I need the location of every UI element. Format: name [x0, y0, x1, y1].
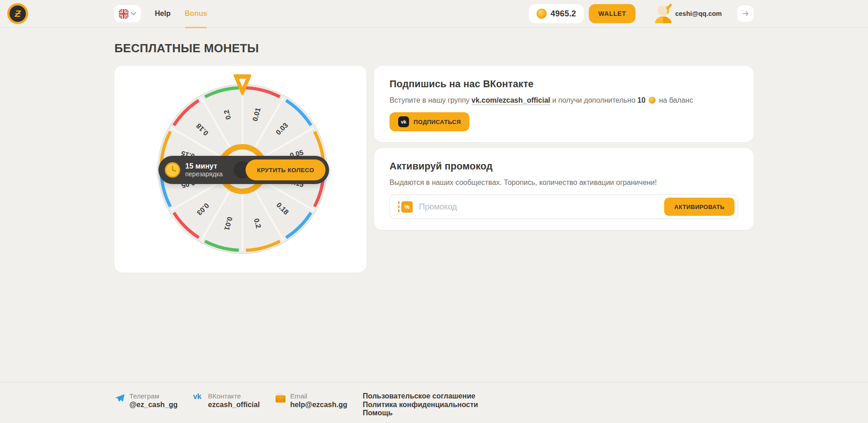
contact-value[interactable]: ezcash_official [208, 401, 260, 409]
ticket-stub [398, 201, 399, 212]
balance-value: 4965.2 [551, 9, 576, 19]
vk-card-text: Вступите в нашу группу vk.com/ezcash_off… [390, 95, 738, 105]
vk-text-middle: и получи дополнительно [552, 96, 635, 104]
subscribe-button-label: ПОДПИСАТЬСЯ [414, 119, 461, 125]
vk-card-title: Подпишись на нас ВКонтакте [390, 79, 738, 90]
activate-button-label: АКТИВИРОВАТЬ [674, 204, 725, 210]
footer: Телеграм @ez_cash_gg vk ВКонтакте ezcash… [0, 382, 868, 423]
footer-link-help[interactable]: Помощь [363, 409, 478, 418]
subscribe-button[interactable]: vk ПОДПИСАТЬСЯ [390, 112, 469, 131]
footer-email[interactable]: Email help@ezcash.gg [275, 392, 347, 409]
coin-icon [649, 97, 656, 104]
site-logo[interactable]: Ƶ [7, 3, 28, 24]
fortune-wheel-card: 0.010.030.050.150.180.20.010.030.050.150… [114, 66, 366, 273]
footer-link-terms[interactable]: Пользовательское соглашение [363, 392, 478, 401]
footer-links: Пользовательское соглашение Политика кон… [363, 392, 478, 418]
footer-telegram[interactable]: Телеграм @ez_cash_gg [114, 392, 178, 409]
site-logo-glyph: Ƶ [10, 5, 26, 22]
cooldown-banner: 15 минут перезарядка КРУТИТЬ КОЛЕСО [158, 156, 329, 184]
chevron-down-icon [131, 12, 136, 15]
clock-icon [164, 162, 181, 178]
promo-card-title: Активируй промокод [390, 161, 738, 172]
user-avatar[interactable] [652, 3, 674, 25]
vk-group-link[interactable]: vk.com/ezcash_official [472, 96, 550, 105]
page-title: БЕСПЛАТНЫЕ МОНЕТЫ [114, 41, 754, 55]
page: Ƶ Help Bonus 4965.2 [0, 0, 868, 423]
footer-link-privacy[interactable]: Политика конфиденциальности [363, 401, 478, 409]
vk-text-after: на баланс [659, 96, 693, 104]
contact-label: Телеграм [129, 392, 178, 400]
spin-wheel-button[interactable]: КРУТИТЬ КОЛЕСО [246, 159, 326, 180]
cooldown-time: 15 минут [185, 162, 222, 170]
main-content: БЕСПЛАТНЫЕ МОНЕТЫ 0.010.030.050.150.180.… [0, 28, 868, 382]
footer-vk[interactable]: vk ВКонтакте ezcash_official [193, 392, 260, 409]
promo-code-card: Активируй промокод Выдаются в наших сооб… [374, 148, 754, 230]
uk-flag-icon [119, 9, 128, 19]
contact-value[interactable]: @ez_cash_gg [129, 401, 178, 409]
promo-input-row: % АКТИВИРОВАТЬ [390, 194, 738, 219]
vk-icon: vk [193, 393, 204, 409]
logout-button[interactable] [737, 5, 754, 22]
activate-promo-button[interactable]: АКТИВИРОВАТЬ [664, 198, 735, 216]
wallet-button[interactable]: WALLET [589, 4, 636, 23]
nav-bonus[interactable]: Bonus [185, 0, 207, 28]
promo-card-description: Выдаются в наших сообществах. Торопись, … [390, 178, 738, 187]
language-selector[interactable] [114, 5, 141, 22]
logout-arrow-icon [741, 10, 750, 18]
cooldown-subtitle: перезарядка [185, 170, 222, 178]
email-icon [275, 393, 286, 403]
nav-help[interactable]: Help [155, 0, 171, 28]
vk-subscribe-card: Подпишись на нас ВКонтакте Вступите в на… [374, 66, 754, 142]
contact-label: Email [290, 392, 347, 400]
balance-display[interactable]: 4965.2 [529, 4, 584, 23]
telegram-icon [114, 393, 125, 403]
user-email: ceshi@qq.com [675, 10, 722, 17]
vk-icon: vk [398, 116, 409, 127]
vk-text-before: Вступите в нашу группу [390, 96, 469, 104]
promo-code-input[interactable] [419, 202, 664, 212]
vk-bonus-amount: 10 [637, 96, 646, 104]
promo-ticket-icon: % [398, 201, 413, 213]
ticket-percent: % [401, 201, 413, 213]
header: Ƶ Help Bonus 4965.2 [0, 0, 868, 28]
coin-icon [537, 9, 547, 19]
contact-label: ВКонтакте [208, 392, 260, 400]
contact-value[interactable]: help@ezcash.gg [290, 401, 347, 409]
